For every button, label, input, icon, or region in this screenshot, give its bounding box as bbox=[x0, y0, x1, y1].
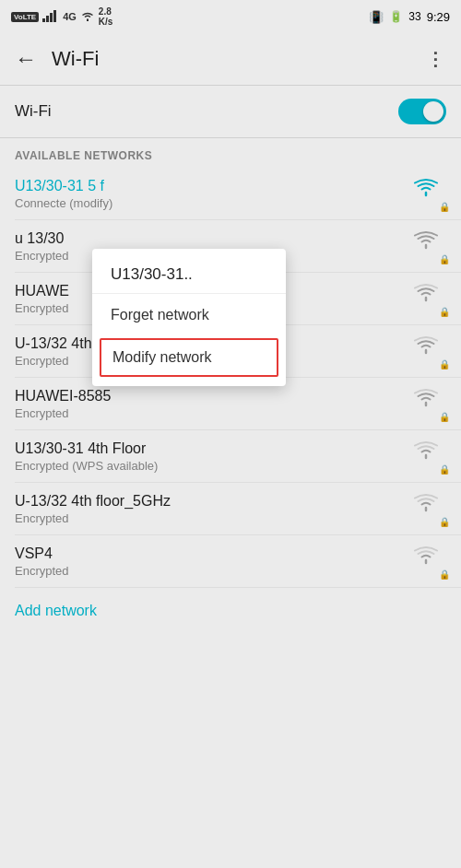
context-menu: U13/30-31.. Forget network Modify networ… bbox=[92, 249, 286, 386]
context-menu-title: U13/30-31.. bbox=[92, 254, 286, 291]
modify-network-button[interactable]: Modify network bbox=[100, 338, 278, 377]
modal-overlay bbox=[0, 0, 461, 868]
forget-network-button[interactable]: Forget network bbox=[92, 296, 286, 334]
menu-divider bbox=[92, 293, 286, 294]
